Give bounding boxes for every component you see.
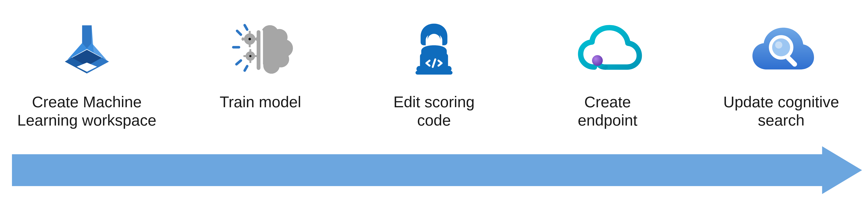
svg-rect-9 xyxy=(249,31,251,34)
svg-rect-10 xyxy=(249,44,251,47)
step-label: Update cognitivesearch xyxy=(723,93,839,129)
flow-arrow-icon xyxy=(12,146,862,194)
step-create-endpoint: Createendpoint xyxy=(526,0,689,129)
svg-rect-19 xyxy=(249,49,251,52)
svg-rect-7 xyxy=(257,30,260,70)
svg-point-29 xyxy=(428,34,440,46)
svg-point-35 xyxy=(592,55,603,66)
brain-gear-icon xyxy=(223,12,298,88)
svg-point-17 xyxy=(248,38,251,40)
svg-marker-41 xyxy=(12,146,862,194)
step-update-cognitive-search: Update cognitivesearch xyxy=(700,0,863,129)
azure-ml-icon xyxy=(49,12,125,88)
cognitive-search-icon xyxy=(743,12,819,88)
svg-rect-21 xyxy=(254,55,257,57)
svg-rect-5 xyxy=(262,31,280,69)
svg-point-34 xyxy=(446,66,452,72)
step-label: Createendpoint xyxy=(578,93,638,129)
svg-line-26 xyxy=(236,61,241,64)
step-edit-scoring-code: Edit scoringcode xyxy=(352,0,516,129)
svg-rect-20 xyxy=(249,60,251,63)
step-label: Edit scoringcode xyxy=(393,93,475,129)
step-label: Train model xyxy=(220,93,301,111)
svg-point-23 xyxy=(249,55,251,57)
step-label: Create MachineLearning workspace xyxy=(17,93,156,129)
svg-line-27 xyxy=(245,25,247,30)
svg-rect-31 xyxy=(415,71,453,75)
developer-laptop-icon xyxy=(396,12,472,88)
process-flow-diagram: Create MachineLearning workspace xyxy=(0,0,868,204)
svg-line-28 xyxy=(245,66,247,70)
step-create-ml-workspace: Create MachineLearning workspace xyxy=(5,0,168,129)
cloud-endpoint-icon xyxy=(570,12,645,88)
svg-point-39 xyxy=(775,41,782,48)
svg-rect-22 xyxy=(243,55,246,57)
step-train-model: Train model xyxy=(179,0,342,111)
svg-point-33 xyxy=(416,66,422,72)
svg-line-24 xyxy=(237,31,241,35)
steps-row: Create MachineLearning workspace xyxy=(0,0,868,143)
